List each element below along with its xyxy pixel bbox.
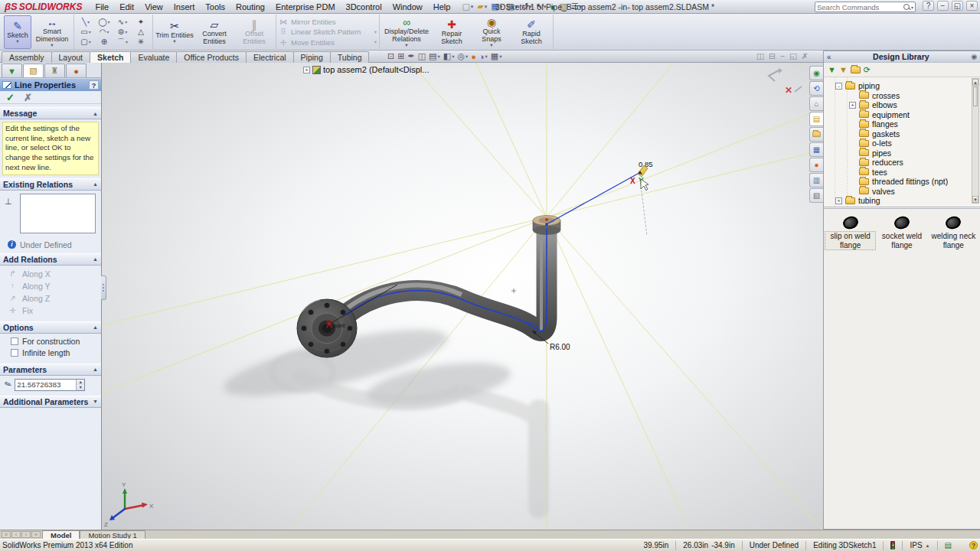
last-tab-icon[interactable]: »	[31, 531, 41, 538]
hide-show-items-button[interactable]: ◎▾	[457, 51, 468, 61]
view-palette-tab[interactable]: ▦	[809, 142, 823, 157]
sketch-button[interactable]: ✎ Sketch▾	[4, 15, 31, 49]
viewport-close-icon[interactable]: ✗	[802, 51, 808, 60]
section-view-button[interactable]: ◫	[418, 51, 426, 61]
document-recovery-tab[interactable]: ▧	[809, 188, 823, 203]
rapid-sketch-button[interactable]: ✐ Rapid Sketch	[512, 15, 550, 49]
menu-view[interactable]: View	[139, 2, 168, 12]
scroll-thumb[interactable]	[973, 86, 978, 106]
design-library-tab[interactable]: ▤	[809, 112, 823, 126]
quick-snaps-button[interactable]: ◉ Quick Snaps▾	[472, 15, 511, 49]
slot-tool-button[interactable]: ▢▾	[77, 37, 95, 47]
home-tab[interactable]: ⌂	[809, 96, 823, 111]
apply-scene-button[interactable]: ◑▾	[479, 52, 488, 61]
split-pane-horizontal-icon[interactable]: ⊟	[769, 51, 776, 60]
tab-electrical[interactable]: Electrical	[246, 51, 294, 63]
tab-evaluate[interactable]: Evaluate	[130, 51, 177, 63]
text-tool-button[interactable]: ✳	[132, 37, 150, 47]
tree-item-gaskets[interactable]: gaskets	[828, 129, 971, 139]
active-sketch-line[interactable]	[547, 174, 638, 224]
zoom-to-fit-button[interactable]: ⊡	[387, 51, 394, 61]
tree-expand-icon[interactable]: +	[303, 67, 310, 73]
display-delete-relations-button[interactable]: ∞ Display/Delete Relations▾	[382, 15, 431, 49]
menu-window[interactable]: Window	[387, 2, 428, 12]
length-input[interactable]	[15, 380, 76, 390]
search-dropdown-icon[interactable]: ▾	[911, 5, 913, 10]
tree-item-tees[interactable]: tees	[828, 168, 971, 178]
display-manager-tab[interactable]: ●	[66, 64, 87, 77]
offset-entities-button[interactable]: ∥ Offset Entities	[235, 15, 273, 49]
mirror-entities-button[interactable]: ⋈Mirror Entities	[279, 18, 377, 26]
tags-button[interactable]: ▤	[937, 541, 959, 550]
expand-node-icon[interactable]: +	[849, 102, 856, 109]
graphics-viewport[interactable]: point R6.00 0.85 X Y ✕	[102, 63, 823, 530]
rebuild-status[interactable]	[883, 541, 902, 550]
display-style-button[interactable]: ◧▾	[443, 51, 455, 61]
for-construction-checkbox[interactable]	[11, 337, 18, 345]
viewport-minimize-icon[interactable]: −	[780, 51, 785, 60]
search-input[interactable]	[817, 3, 903, 11]
options-header[interactable]: Options▲	[0, 321, 101, 334]
infinite-length-checkbox[interactable]	[11, 349, 18, 357]
tree-item-reducers[interactable]: reducers	[828, 158, 971, 168]
assembly-root-label[interactable]: top assem2 (Default<Displ...	[323, 65, 429, 74]
minimize-button[interactable]: −	[937, 1, 949, 11]
delete-handle-icon[interactable]: ✕	[785, 85, 792, 96]
menu-file[interactable]: File	[90, 2, 114, 12]
linear-sketch-pattern-button[interactable]: ⠿Linear Sketch Pattern▾	[279, 28, 377, 36]
smart-dimension-button[interactable]: ↔ Smart Dimension▾	[33, 15, 71, 49]
circle-tool-button[interactable]: ◯▾	[95, 17, 113, 27]
tab-piping[interactable]: Piping	[293, 51, 331, 63]
close-button[interactable]: ×	[966, 1, 978, 11]
library-item-slip-on-weld-flange[interactable]: slip on weld flange	[825, 217, 875, 249]
library-item-socket-weld-flange[interactable]: socket weld flange	[877, 217, 926, 249]
scroll-down-icon[interactable]: ▼	[972, 196, 978, 203]
split-pane-icon[interactable]: ◫	[756, 51, 764, 60]
existing-relations-header[interactable]: Existing Relations▲	[0, 178, 101, 191]
tab-tubing[interactable]: Tubing	[330, 51, 370, 63]
pipe-top-point[interactable]	[545, 218, 548, 221]
tree-item-equipment[interactable]: equipment	[828, 110, 971, 120]
tab-assembly[interactable]: Assembly	[2, 51, 52, 63]
help-button[interactable]: ?	[923, 1, 934, 11]
model-tab[interactable]: Model	[42, 530, 80, 539]
refresh-icon[interactable]: ⟳	[864, 65, 871, 75]
trim-entities-button[interactable]: ✂ Trim Entities▾	[155, 15, 194, 49]
search-commands-box[interactable]: ▾	[815, 2, 916, 12]
first-tab-icon[interactable]: «	[2, 531, 11, 538]
sketch-picture-button[interactable]: ✦	[132, 17, 150, 27]
line-tool-button[interactable]: ╲▾	[77, 17, 95, 27]
fillet-tool-button[interactable]: ⌒▾	[113, 37, 132, 47]
help-icon[interactable]: ?	[89, 80, 99, 90]
tree-item-threaded-fittings[interactable]: threaded fittings (npt)	[828, 177, 971, 187]
tree-item-tubing[interactable]: + tubing	[828, 196, 971, 206]
flyout-feature-tree[interactable]: + top assem2 (Default<Displ...	[303, 65, 429, 74]
view-orientation-button[interactable]: ▤▾	[429, 51, 440, 61]
parameters-header[interactable]: Parameters▲	[0, 364, 101, 376]
tree-item-o-lets[interactable]: o-lets	[828, 139, 971, 148]
spin-down-icon[interactable]: ▼	[77, 385, 84, 390]
pin-icon[interactable]: ◉	[971, 53, 977, 60]
along-x-button[interactable]: ↱Along X	[0, 268, 101, 280]
restore-button[interactable]: ◱	[952, 1, 963, 11]
rectangle-tool-button[interactable]: ▭▾	[77, 27, 95, 37]
point-tool-button[interactable]: ⊕	[95, 37, 113, 47]
configuration-manager-tab[interactable]: ♜	[44, 64, 65, 77]
feature-manager-tab[interactable]: ▼	[2, 64, 22, 77]
appearances-tab[interactable]: ●	[809, 158, 823, 172]
along-z-button[interactable]: ↗Along Z	[0, 292, 101, 305]
arc-tool-button[interactable]: ◠▾	[95, 27, 113, 37]
menu-3dcontrol[interactable]: 3Dcontrol	[341, 2, 387, 12]
filter-button[interactable]: ✒	[407, 51, 414, 61]
tree-item-valves[interactable]: valves	[828, 187, 971, 197]
cancel-button[interactable]: ✗	[24, 92, 32, 103]
prev-tab-icon[interactable]: ‹	[11, 531, 21, 538]
scroll-up-icon[interactable]: ▲	[972, 79, 978, 86]
menu-enterprise-pdm[interactable]: Enterprise PDM	[270, 2, 341, 12]
custom-properties-tab[interactable]: ▥	[809, 173, 823, 187]
menu-insert[interactable]: Insert	[168, 2, 201, 12]
edit-appearance-button[interactable]: ●	[471, 52, 476, 61]
file-explorer-tab[interactable]	[809, 127, 823, 142]
panel-splitter-handle[interactable]	[101, 276, 106, 300]
motion-study-tab[interactable]: Motion Study 1	[80, 530, 145, 539]
